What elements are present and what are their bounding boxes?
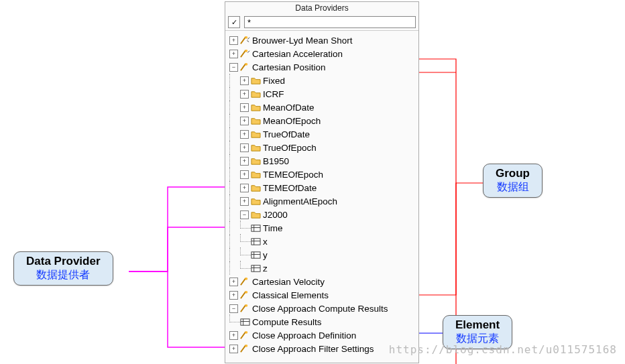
svg-point-17 <box>245 304 248 306</box>
tree-item-cart-vel[interactable]: +Cartesian Velocity <box>229 275 417 288</box>
folder-icon <box>251 89 261 99</box>
provider-icon <box>240 62 250 72</box>
expand-icon[interactable]: + <box>229 278 238 286</box>
expand-icon[interactable]: + <box>240 103 249 112</box>
expand-icon[interactable]: + <box>229 291 238 300</box>
tree-item-alignmentatepoch[interactable]: +AlignmentAtEpoch <box>229 194 417 208</box>
panel-title: Data Providers <box>225 2 418 14</box>
folder-icon <box>251 156 261 166</box>
folder-icon <box>251 183 261 193</box>
tree-item-x[interactable]: x <box>229 235 417 248</box>
folder-icon <box>251 196 261 206</box>
expand-icon[interactable]: + <box>240 184 249 192</box>
expand-icon[interactable]: + <box>240 143 249 152</box>
tree-item-fixed[interactable]: +Fixed <box>229 74 417 87</box>
svg-point-22 <box>245 344 248 347</box>
svg-point-0 <box>245 36 248 38</box>
expand-icon[interactable]: + <box>240 157 249 166</box>
tree-item-cart-pos[interactable]: − Cartesian Position <box>229 60 417 74</box>
callout-group: Group 数据组 <box>483 164 543 198</box>
collapse-icon[interactable]: − <box>240 210 249 219</box>
element-icon <box>251 237 261 247</box>
expand-icon[interactable]: + <box>229 50 238 58</box>
filter-checkbox[interactable]: ✓ <box>228 16 240 28</box>
svg-point-2 <box>245 62 248 65</box>
collapse-icon[interactable]: − <box>229 63 238 72</box>
tree-item-brouwer[interactable]: + Brouwer-Lyd Mean Short <box>229 34 417 47</box>
folder-icon <box>251 129 261 139</box>
svg-rect-6 <box>251 238 260 244</box>
expand-icon[interactable]: + <box>240 170 249 179</box>
expand-icon[interactable]: + <box>229 345 238 353</box>
element-icon <box>240 317 250 327</box>
data-providers-panel: Data Providers ✓ + Brouwer-Lyd Mean Shor… <box>225 1 419 363</box>
tree-item-trueofepoch[interactable]: +TrueOfEpoch <box>229 141 417 154</box>
element-icon <box>251 223 261 233</box>
tree: + Brouwer-Lyd Mean Short + Cartesian Acc… <box>225 31 418 357</box>
filter-input[interactable] <box>244 16 416 28</box>
tree-item-classical[interactable]: +Classical Elements <box>229 288 417 302</box>
svg-rect-3 <box>251 225 260 231</box>
provider-icon <box>240 49 250 59</box>
tree-item-time[interactable]: Time <box>229 221 417 235</box>
callout-data-provider: Data Provider 数据提供者 <box>13 251 113 286</box>
svg-rect-12 <box>251 265 260 271</box>
expand-icon[interactable]: + <box>240 90 249 99</box>
tree-item-y[interactable]: y <box>229 248 417 261</box>
provider-icon <box>240 304 250 314</box>
provider-icon <box>240 290 250 300</box>
provider-icon <box>240 330 250 341</box>
svg-rect-18 <box>241 318 249 324</box>
element-icon <box>251 263 261 274</box>
expand-icon[interactable]: + <box>240 197 249 206</box>
folder-icon <box>251 103 261 113</box>
tree-item-j2000[interactable]: −J2000 <box>229 208 417 221</box>
provider-icon <box>240 36 250 46</box>
tree-item-close-compute[interactable]: −Close Approach Compute Results <box>229 302 417 315</box>
expand-icon[interactable]: + <box>229 36 238 45</box>
expand-icon[interactable]: + <box>229 331 238 340</box>
tree-item-meanofdate[interactable]: +MeanOfDate <box>229 101 417 114</box>
expand-icon[interactable]: + <box>240 117 249 125</box>
tree-item-temeofdate[interactable]: +TEMEOfDate <box>229 181 417 194</box>
tree-item-b1950[interactable]: +B1950 <box>229 154 417 168</box>
tree-item-trueofdate[interactable]: +TrueOfDate <box>229 127 417 141</box>
svg-point-1 <box>245 49 248 52</box>
tree-item-z[interactable]: z <box>229 261 417 275</box>
folder-icon <box>251 210 261 220</box>
folder-icon <box>251 143 261 153</box>
watermark: https://blog.csdn.net/u011575168 <box>389 343 617 356</box>
filter-row: ✓ <box>225 14 418 31</box>
svg-point-16 <box>245 290 248 293</box>
expand-icon[interactable]: + <box>240 76 249 85</box>
svg-point-15 <box>245 277 248 280</box>
tree-item-close-def[interactable]: +Close Approach Definition <box>229 328 417 342</box>
folder-icon <box>251 76 261 86</box>
svg-rect-9 <box>251 251 260 257</box>
expand-icon[interactable]: + <box>240 130 249 139</box>
provider-icon <box>240 344 250 354</box>
tree-item-compute-results[interactable]: Compute Results <box>229 315 417 328</box>
tree-item-meanofepoch[interactable]: +MeanOfEpoch <box>229 114 417 127</box>
tree-item-cart-accel[interactable]: + Cartesian Acceleration <box>229 47 417 60</box>
tree-item-icrf[interactable]: +ICRF <box>229 87 417 101</box>
element-icon <box>251 250 261 260</box>
folder-icon <box>251 116 261 126</box>
provider-icon <box>240 277 250 287</box>
svg-point-21 <box>245 330 248 333</box>
collapse-icon[interactable]: − <box>229 304 238 313</box>
tree-item-temeofepoch[interactable]: +TEMEOfEpoch <box>229 168 417 181</box>
folder-icon <box>251 170 261 180</box>
